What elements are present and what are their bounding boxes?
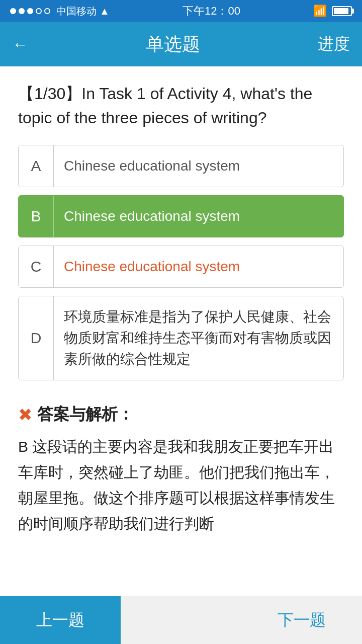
battery-fill (334, 8, 348, 14)
answer-explanation: 这段话的主要内容是我和我朋友正要把车开出车库时，突然碰上了劫匪。他们把我们拖出车… (18, 438, 335, 532)
option-a-text: Chinese educational system (54, 145, 343, 187)
option-b-text: Chinese educational system (54, 196, 343, 237)
answer-body: B这段话的主要内容是我和我朋友正要把车开出车库时，突然碰上了劫匪。他们把我们拖出… (18, 434, 344, 536)
answer-label: 答案与解析： (37, 404, 134, 426)
main-content: 【1/30】In Task 1 of Activity 4, what's th… (0, 66, 362, 596)
header: ← 单选题 进度 (0, 22, 362, 66)
prev-button[interactable]: 上一题 (0, 596, 121, 644)
option-d-text: 环境质量标准是指为了保护人民健康、社会物质财富和维持生态平衡而对有害物质或因素所… (54, 296, 343, 380)
status-time: 下午12：00 (183, 4, 240, 19)
answer-wrong-icon: ✖ (18, 405, 32, 425)
status-bar: 中国移动 ▲ 下午12：00 📶 (0, 0, 362, 22)
option-c-letter: C (19, 246, 54, 287)
header-title: 单选题 (146, 32, 200, 57)
question-number: 【1/30】 (18, 85, 81, 103)
option-c[interactable]: C Chinese educational system (18, 246, 344, 288)
answer-correct-letter: B (18, 438, 28, 455)
back-button[interactable]: ← (12, 35, 28, 54)
wifi-icon: ▲ (100, 6, 110, 17)
dot-5 (44, 8, 50, 14)
bluetooth-icon: 📶 (313, 5, 327, 18)
option-a-letter: A (19, 145, 54, 187)
dot-4 (36, 8, 42, 14)
next-button[interactable]: 下一题 (241, 596, 362, 644)
option-d-letter: D (19, 296, 54, 380)
dot-1 (10, 8, 16, 14)
dot-2 (19, 8, 25, 14)
answer-header: ✖ 答案与解析： (18, 404, 344, 426)
carrier-label: 中国移动 (56, 5, 97, 18)
option-b-letter: B (19, 196, 54, 237)
options-list: A Chinese educational system B Chinese e… (18, 145, 344, 388)
bottom-nav: 上一题 下一题 (0, 596, 362, 644)
signal-dots (10, 8, 50, 14)
option-b[interactable]: B Chinese educational system (18, 195, 344, 237)
option-a[interactable]: A Chinese educational system (18, 145, 344, 187)
dot-3 (27, 8, 33, 14)
option-c-text: Chinese educational system (54, 246, 343, 287)
status-left: 中国移动 ▲ (10, 5, 110, 18)
progress-button[interactable]: 进度 (318, 33, 350, 55)
answer-section: ✖ 答案与解析： B这段话的主要内容是我和我朋友正要把车开出车库时，突然碰上了劫… (18, 404, 344, 556)
nav-middle-spacer (121, 596, 241, 644)
question-text: 【1/30】In Task 1 of Activity 4, what's th… (18, 82, 344, 130)
option-d[interactable]: D 环境质量标准是指为了保护人民健康、社会物质财富和维持生态平衡而对有害物质或因… (18, 296, 344, 380)
status-right: 📶 (313, 5, 352, 18)
battery-indicator (332, 6, 352, 16)
